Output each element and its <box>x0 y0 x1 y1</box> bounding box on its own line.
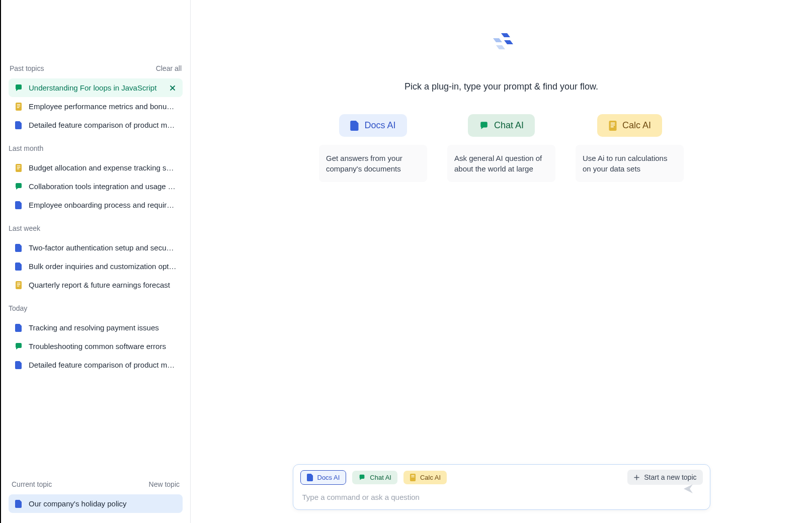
sidebar: Past topics Clear all Understanding For … <box>0 0 191 523</box>
input-chat-chip-label: Chat AI <box>370 474 391 481</box>
input-chat-chip[interactable]: Chat AI <box>352 471 397 484</box>
topic-label: Collaboration tools integration and usag… <box>29 182 177 191</box>
chat-ai-chip[interactable]: Chat AI <box>468 114 535 137</box>
document-icon <box>410 474 416 481</box>
calc-ai-chip-label: Calc AI <box>622 120 651 131</box>
start-new-topic-button[interactable]: Start a new topic <box>627 470 702 485</box>
start-new-topic-label: Start a new topic <box>644 473 696 481</box>
document-icon <box>15 244 23 252</box>
topic-item[interactable]: Employee onboarding process and require… <box>9 196 183 214</box>
document-icon <box>608 121 617 131</box>
svg-rect-17 <box>411 475 415 475</box>
document-icon <box>15 281 23 289</box>
svg-rect-3 <box>17 107 20 108</box>
topic-label: Detailed feature comparison of product m… <box>29 361 177 369</box>
docs-ai-chip-label: Docs AI <box>364 120 395 131</box>
current-topic-label: Current topic <box>12 480 52 488</box>
svg-rect-11 <box>17 286 20 287</box>
input-plugin-row: Docs AI Chat AI Calc AI Start a new topi… <box>300 470 703 485</box>
current-topic-header: Current topic New topic <box>9 480 183 488</box>
svg-rect-2 <box>17 106 21 107</box>
current-topic-section: Current topic New topic Our company's ho… <box>9 480 183 523</box>
topic-item[interactable]: Quarterly report & future earnings forec… <box>9 276 183 294</box>
topic-item[interactable]: Understanding For loops in JavaScript <box>9 78 183 97</box>
close-icon[interactable] <box>169 84 177 92</box>
plugin-card-docs: Docs AI Get answers from your company's … <box>319 114 427 182</box>
input-calc-chip[interactable]: Calc AI <box>403 471 447 484</box>
today-label: Today <box>9 304 183 312</box>
send-button[interactable] <box>683 483 694 496</box>
main-content: Pick a plug-in, type your prompt & find … <box>191 0 812 523</box>
plugin-card-calc: Calc AI Use Ai to run calculations on yo… <box>576 114 684 182</box>
svg-rect-15 <box>611 126 614 127</box>
topic-label: Tracking and resolving payment issues <box>29 323 177 332</box>
svg-rect-16 <box>410 474 416 481</box>
chat-ai-chip-label: Chat AI <box>494 120 524 131</box>
input-calc-chip-label: Calc AI <box>420 474 441 481</box>
topic-item[interactable]: Tracking and resolving payment issues <box>9 318 183 337</box>
calc-ai-chip[interactable]: Calc AI <box>597 114 662 137</box>
chat-icon <box>15 84 23 92</box>
chat-icon <box>479 121 489 130</box>
topic-item[interactable]: Two-factor authentication setup and secu… <box>9 238 183 257</box>
calc-ai-desc: Use Ai to run calculations on your data … <box>576 145 684 182</box>
topic-label: Two-factor authentication setup and secu… <box>29 243 177 252</box>
send-icon <box>683 483 694 494</box>
topic-label: Troubleshooting common software errors <box>29 342 177 351</box>
last-week-label: Last week <box>9 224 183 232</box>
svg-rect-4 <box>16 164 22 172</box>
topic-item[interactable]: Detailed feature comparison of product m… <box>9 116 183 134</box>
document-icon <box>15 324 23 332</box>
topic-label: Bulk order inquiries and customization o… <box>29 262 177 271</box>
svg-rect-18 <box>411 476 415 477</box>
plus-icon <box>633 474 640 481</box>
topic-label: Budget allocation and expense tracking s… <box>29 163 177 172</box>
document-icon <box>15 164 23 172</box>
document-icon <box>15 361 23 369</box>
chat-ai-desc: Ask general AI question of about the wor… <box>447 145 555 182</box>
current-topic-item[interactable]: Our company's holiday policy <box>9 494 183 513</box>
command-input[interactable] <box>300 490 703 504</box>
topic-item[interactable]: Budget allocation and expense tracking s… <box>9 158 183 177</box>
document-icon <box>307 474 313 481</box>
svg-rect-14 <box>611 124 615 125</box>
topic-item[interactable]: Collaboration tools integration and usag… <box>9 177 183 196</box>
document-icon <box>15 103 23 111</box>
past-topics-header: Past topics Clear all <box>9 64 183 72</box>
document-icon <box>15 263 23 271</box>
current-topic-text: Our company's holiday policy <box>29 499 177 508</box>
topic-item[interactable]: Detailed feature comparison of product m… <box>9 356 183 374</box>
topic-label: Employee performance metrics and bonus… <box>29 102 177 111</box>
svg-rect-5 <box>17 165 21 166</box>
app-logo-icon <box>484 31 519 56</box>
past-topics-label: Past topics <box>10 64 44 72</box>
chat-icon <box>358 474 366 481</box>
input-docs-chip-label: Docs AI <box>317 474 340 481</box>
document-icon <box>350 121 359 131</box>
command-input-bar: Docs AI Chat AI Calc AI Start a new topi… <box>293 464 710 510</box>
topic-item[interactable]: Troubleshooting common software errors <box>9 337 183 356</box>
document-icon <box>15 121 23 129</box>
svg-rect-6 <box>17 167 21 168</box>
topic-item[interactable]: Bulk order inquiries and customization o… <box>9 257 183 276</box>
topic-label: Employee onboarding process and require… <box>29 201 177 209</box>
svg-rect-12 <box>609 121 616 131</box>
svg-rect-0 <box>16 103 22 111</box>
chat-icon <box>15 183 23 191</box>
last-month-label: Last month <box>9 144 183 152</box>
svg-rect-7 <box>17 168 20 169</box>
svg-rect-9 <box>17 283 21 284</box>
topic-label: Detailed feature comparison of product m… <box>29 121 177 129</box>
plugin-cards: Docs AI Get answers from your company's … <box>319 114 684 182</box>
topic-item[interactable]: Employee performance metrics and bonus… <box>9 97 183 116</box>
clear-all-button[interactable]: Clear all <box>156 64 182 72</box>
topic-label: Understanding For loops in JavaScript <box>29 83 163 92</box>
document-icon <box>15 201 23 209</box>
docs-ai-chip[interactable]: Docs AI <box>339 114 407 137</box>
svg-rect-8 <box>16 281 22 289</box>
svg-rect-1 <box>17 104 21 105</box>
new-topic-link[interactable]: New topic <box>149 480 180 488</box>
input-docs-chip[interactable]: Docs AI <box>300 470 347 485</box>
document-icon <box>15 500 23 508</box>
tagline: Pick a plug-in, type your prompt & find … <box>404 81 598 92</box>
